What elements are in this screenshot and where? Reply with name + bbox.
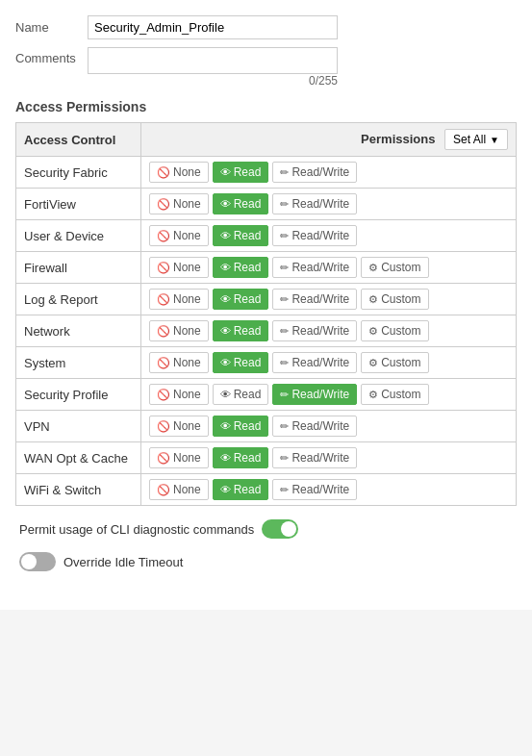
idle-knob xyxy=(21,554,37,569)
permissions-cell: 🚫None👁Read✏Read/Write⚙Custom xyxy=(141,347,517,379)
comments-input[interactable] xyxy=(88,47,338,74)
readwrite-button[interactable]: ✏Read/Write xyxy=(272,162,357,183)
table-row: WiFi & Switch🚫None👁Read✏Read/Write xyxy=(16,474,517,506)
table-row: System🚫None👁Read✏Read/Write⚙Custom xyxy=(16,347,517,379)
idle-toggle-switch[interactable] xyxy=(19,552,56,571)
header-access: Access Control xyxy=(16,123,141,157)
read-button[interactable]: 👁Read xyxy=(213,447,269,468)
access-control-cell: Log & Report xyxy=(16,284,141,315)
custom-button[interactable]: ⚙Custom xyxy=(361,352,428,373)
read-button[interactable]: 👁Read xyxy=(213,416,269,437)
access-control-cell: FortiView xyxy=(16,189,141,220)
readwrite-button[interactable]: ✏Read/Write xyxy=(272,320,357,341)
none-button[interactable]: 🚫None xyxy=(149,257,209,278)
read-button[interactable]: 👁Read xyxy=(213,225,269,246)
read-button[interactable]: 👁Read xyxy=(213,193,269,214)
ban-icon: 🚫 xyxy=(157,262,170,274)
gear-icon: ⚙ xyxy=(368,325,378,338)
pencil-icon: ✏ xyxy=(280,389,289,401)
readwrite-button[interactable]: ✏Read/Write xyxy=(272,289,357,310)
name-label: Name xyxy=(15,20,88,35)
table-row: Log & Report🚫None👁Read✏Read/Write⚙Custom xyxy=(16,284,517,315)
eye-icon: 👁 xyxy=(220,230,231,241)
none-button[interactable]: 🚫None xyxy=(149,225,209,246)
eye-icon: 👁 xyxy=(220,166,231,178)
cli-slider xyxy=(262,519,298,539)
read-button[interactable]: 👁Read xyxy=(213,479,269,500)
none-button[interactable]: 🚫None xyxy=(149,384,209,405)
pencil-icon: ✏ xyxy=(280,262,289,274)
eye-icon: 👁 xyxy=(220,293,231,305)
eye-icon: 👁 xyxy=(220,420,231,432)
readwrite-button[interactable]: ✏Read/Write xyxy=(272,384,357,405)
pencil-icon: ✏ xyxy=(280,325,289,338)
none-button[interactable]: 🚫None xyxy=(149,289,209,310)
ban-icon: 🚫 xyxy=(157,357,170,369)
permissions-cell: 🚫None👁Read✏Read/Write xyxy=(141,157,517,189)
none-button[interactable]: 🚫None xyxy=(149,320,209,341)
ban-icon: 🚫 xyxy=(157,166,170,179)
none-button[interactable]: 🚫None xyxy=(149,447,209,468)
pencil-icon: ✏ xyxy=(280,293,289,306)
permissions-cell: 🚫None👁Read✏Read/Write xyxy=(141,474,517,506)
read-button[interactable]: 👁Read xyxy=(213,289,269,310)
permissions-cell: 🚫None👁Read✏Read/Write⚙Custom xyxy=(141,379,517,411)
table-row: User & Device🚫None👁Read✏Read/Write xyxy=(16,220,517,252)
readwrite-button[interactable]: ✏Read/Write xyxy=(272,416,357,437)
read-button[interactable]: 👁Read xyxy=(213,384,269,405)
none-button[interactable]: 🚫None xyxy=(149,479,209,500)
caret-icon: ▼ xyxy=(490,135,499,145)
eye-icon: 👁 xyxy=(220,357,231,368)
readwrite-button[interactable]: ✏Read/Write xyxy=(272,479,357,500)
custom-button[interactable]: ⚙Custom xyxy=(361,320,428,341)
eye-icon: 👁 xyxy=(220,198,231,210)
readwrite-button[interactable]: ✏Read/Write xyxy=(272,257,357,278)
permissions-cell: 🚫None👁Read✏Read/Write⚙Custom xyxy=(141,284,517,315)
custom-button[interactable]: ⚙Custom xyxy=(361,384,428,405)
read-button[interactable]: 👁Read xyxy=(213,257,269,278)
readwrite-button[interactable]: ✏Read/Write xyxy=(272,352,357,373)
table-row: Network🚫None👁Read✏Read/Write⚙Custom xyxy=(16,315,517,347)
none-button[interactable]: 🚫None xyxy=(149,162,209,183)
none-button[interactable]: 🚫None xyxy=(149,352,209,373)
access-control-cell: WiFi & Switch xyxy=(16,474,141,506)
custom-button[interactable]: ⚙Custom xyxy=(361,257,428,278)
cli-toggle-switch[interactable] xyxy=(262,519,298,539)
read-button[interactable]: 👁Read xyxy=(213,320,269,341)
header-permissions: Permissions Set All ▼ xyxy=(141,123,517,157)
idle-toggle-label: Override Idle Timeout xyxy=(63,555,183,569)
cli-toggle-label: Permit usage of CLI diagnostic commands xyxy=(19,522,254,537)
readwrite-button[interactable]: ✏Read/Write xyxy=(272,225,357,246)
comments-row: Comments 0/255 xyxy=(15,47,517,88)
permissions-cell: 🚫None👁Read✏Read/Write xyxy=(141,411,517,442)
access-control-cell: Security Profile xyxy=(16,379,141,411)
section-title: Access Permissions xyxy=(15,99,517,114)
ban-icon: 🚫 xyxy=(157,420,170,433)
eye-icon: 👁 xyxy=(220,484,231,495)
none-button[interactable]: 🚫None xyxy=(149,416,209,437)
idle-toggle-row: Override Idle Timeout xyxy=(19,552,513,571)
read-button[interactable]: 👁Read xyxy=(213,352,269,373)
gear-icon: ⚙ xyxy=(368,293,378,306)
permissions-cell: 🚫None👁Read✏Read/Write⚙Custom xyxy=(141,315,517,347)
table-row: Firewall🚫None👁Read✏Read/Write⚙Custom xyxy=(16,252,517,284)
pencil-icon: ✏ xyxy=(280,166,289,179)
readwrite-button[interactable]: ✏Read/Write xyxy=(272,193,357,214)
bottom-section: Permit usage of CLI diagnostic commands … xyxy=(15,506,517,594)
name-input[interactable] xyxy=(88,15,338,39)
none-button[interactable]: 🚫None xyxy=(149,193,209,214)
page: Name Comments 0/255 Access Permissions A… xyxy=(0,0,532,610)
table-row: Security Profile🚫None👁Read✏Read/Write⚙Cu… xyxy=(16,379,517,411)
ban-icon: 🚫 xyxy=(157,389,170,401)
permissions-table: Access Control Permissions Set All ▼ Sec… xyxy=(15,122,517,506)
cli-knob xyxy=(281,521,296,537)
permissions-cell: 🚫None👁Read✏Read/Write xyxy=(141,189,517,220)
pencil-icon: ✏ xyxy=(280,420,289,433)
ban-icon: 🚫 xyxy=(157,484,170,496)
read-button[interactable]: 👁Read xyxy=(213,162,269,183)
custom-button[interactable]: ⚙Custom xyxy=(361,289,428,310)
set-all-button[interactable]: Set All ▼ xyxy=(444,129,508,150)
readwrite-button[interactable]: ✏Read/Write xyxy=(272,447,357,468)
gear-icon: ⚙ xyxy=(368,262,378,274)
table-row: WAN Opt & Cache🚫None👁Read✏Read/Write xyxy=(16,442,517,474)
